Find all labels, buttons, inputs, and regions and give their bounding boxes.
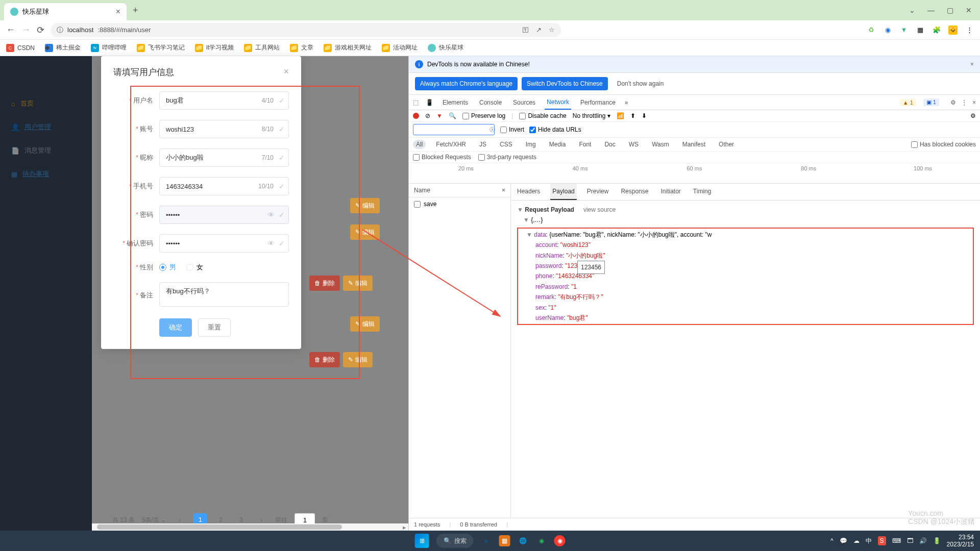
tray-icon[interactable]: ⌨ — [892, 537, 901, 544]
filter-type[interactable]: Doc — [601, 140, 618, 149]
browser-tab[interactable]: 快乐星球 × — [4, 3, 127, 20]
taskbar-app-icon[interactable]: 🌐 — [518, 535, 529, 546]
match-language-button[interactable]: Always match Chrome's language — [415, 77, 518, 90]
record-icon[interactable] — [413, 113, 419, 119]
key-icon[interactable]: ⚿ — [522, 26, 529, 34]
tray-icon[interactable]: 中 — [866, 537, 872, 545]
filter-input[interactable] — [413, 124, 495, 135]
page-size-select[interactable]: 5条/页 ⌄ — [142, 516, 166, 524]
filter-type[interactable]: Fetch/XHR — [433, 140, 469, 149]
taskbar-app-icon[interactable]: ▦ — [499, 535, 510, 546]
back-icon[interactable]: ← — [6, 24, 15, 35]
taskbar-app-icon[interactable]: ◉ — [554, 535, 566, 546]
detail-tab-payload[interactable]: Payload — [550, 184, 576, 200]
detail-tab-initiator[interactable]: Initiator — [658, 184, 682, 200]
ext-icon[interactable]: ◉ — [883, 26, 892, 35]
tray-icon[interactable]: 🔊 — [919, 537, 927, 544]
sex-radio-male[interactable]: 男 — [159, 263, 176, 272]
ext-icon[interactable]: 🐱 — [948, 26, 958, 35]
maximize-icon[interactable]: ▢ — [947, 6, 953, 14]
bookmark-item[interactable]: 📁文章 — [290, 43, 313, 52]
edit-button[interactable]: ✎ 编辑 — [343, 276, 373, 291]
inspect-icon[interactable]: ⬚ — [413, 99, 419, 106]
switch-language-button[interactable]: Switch DevTools to Chinese — [522, 77, 608, 90]
edit-button[interactable]: ✎ 编辑 — [343, 352, 373, 367]
bookmark-item[interactable]: 📁工具网站 — [244, 43, 280, 52]
taskbar-time[interactable]: 23:54 — [947, 534, 974, 541]
upload-icon[interactable]: ⬆ — [630, 112, 635, 119]
filter-type[interactable]: JS — [476, 140, 489, 149]
new-tab-button[interactable]: + — [133, 5, 138, 16]
remark-textarea[interactable] — [159, 282, 289, 307]
close-icon[interactable]: × — [502, 187, 505, 194]
reset-button[interactable]: 重置 — [198, 318, 231, 337]
filter-type-all[interactable]: All — [413, 140, 426, 149]
devtools-tab-performance[interactable]: Performance — [578, 96, 618, 109]
close-icon[interactable]: × — [972, 99, 976, 106]
devtools-tab-elements[interactable]: Elements — [440, 96, 470, 109]
tray-icon[interactable]: ^ — [830, 537, 834, 544]
address-bar[interactable]: ⓘ localhost:8888/#/main/user ⚿ ↗ ☆ — [51, 23, 561, 37]
detail-tab-preview[interactable]: Preview — [585, 184, 611, 200]
delete-button[interactable]: 🗑 删除 — [309, 352, 340, 367]
eye-icon[interactable]: 👁 — [267, 211, 275, 219]
disable-cache-checkbox[interactable]: Disable cache — [519, 112, 566, 119]
search-icon[interactable]: 🔍 — [449, 112, 456, 119]
bookmark-item[interactable]: 📁游戏相关网址 — [324, 43, 372, 52]
filter-type[interactable]: Wasm — [649, 140, 672, 149]
start-icon[interactable]: ⊞ — [415, 534, 429, 548]
bookmark-item[interactable]: ◆稀土掘金 — [45, 43, 81, 52]
taskbar-date[interactable]: 2023/2/15 — [947, 541, 974, 548]
edit-button[interactable]: ✎ 编辑 — [350, 224, 380, 240]
taskbar-app-icon[interactable]: ◉ — [536, 535, 547, 546]
devtools-tab-network[interactable]: Network — [545, 95, 571, 110]
clear-icon[interactable]: ⊘ — [425, 112, 430, 119]
ext-icon[interactable]: ▼ — [899, 26, 909, 35]
more-tabs-icon[interactable]: » — [625, 99, 628, 106]
bookmark-item[interactable]: tv哔哩哔哩 — [91, 43, 127, 52]
request-item[interactable]: save — [409, 197, 510, 211]
menu-icon[interactable]: ⋮ — [965, 26, 974, 35]
eye-icon[interactable]: 👁 — [267, 239, 275, 247]
view-source-link[interactable]: view source — [583, 206, 616, 213]
ext-icon[interactable]: ▦ — [916, 26, 925, 35]
bookmark-item[interactable]: CCSDN — [6, 44, 35, 52]
menu-icon[interactable]: ⋮ — [961, 99, 967, 106]
tray-icon[interactable]: 🗔 — [907, 537, 913, 544]
close-icon[interactable]: × — [970, 61, 974, 68]
edit-button[interactable]: ✎ 编辑 — [350, 198, 380, 213]
wifi-icon[interactable]: 📶 — [617, 112, 624, 119]
invert-checkbox[interactable]: Invert — [500, 126, 524, 133]
device-icon[interactable]: 📱 — [426, 99, 433, 106]
detail-tab-headers[interactable]: Headers — [515, 184, 542, 200]
message-badge[interactable]: ▣ 1 — [923, 98, 939, 106]
ext-icon[interactable]: ♻ — [867, 26, 876, 35]
detail-tab-timing[interactable]: Timing — [691, 184, 714, 200]
download-icon[interactable]: ⬇ — [642, 112, 647, 119]
tray-icon[interactable]: 🔋 — [933, 537, 941, 544]
tray-icon[interactable]: 💬 — [840, 537, 847, 544]
filter-type[interactable]: Img — [523, 140, 539, 149]
minimize-icon[interactable]: — — [927, 6, 935, 14]
filter-type[interactable]: Other — [716, 140, 737, 149]
gear-icon[interactable]: ⚙ — [950, 99, 956, 106]
network-timeline[interactable]: 20 ms 40 ms 60 ms 80 ms 100 ms — [409, 163, 980, 184]
filter-type[interactable]: Manifest — [679, 140, 708, 149]
share-icon[interactable]: ↗ — [536, 26, 542, 34]
bookmark-item[interactable]: 📁飞书学习笔记 — [137, 43, 185, 52]
detail-tab-response[interactable]: Response — [619, 184, 650, 200]
blocked-cookies-checkbox[interactable]: Has blocked cookies — [911, 141, 976, 148]
extensions-icon[interactable]: 🧩 — [932, 26, 941, 35]
horizontal-scrollbar[interactable]: ▸ — [92, 523, 408, 531]
warning-badge[interactable]: ▲ 1 — [900, 99, 916, 106]
sex-radio-female[interactable]: 女 — [186, 263, 203, 272]
third-party-checkbox[interactable]: 3rd-party requests — [478, 154, 536, 161]
forward-icon[interactable]: → — [21, 24, 31, 35]
close-icon[interactable]: × — [283, 66, 289, 78]
preserve-log-checkbox[interactable]: Preserve log — [462, 112, 505, 119]
throttling-select[interactable]: No throttling ▾ — [573, 112, 610, 119]
star-icon[interactable]: ☆ — [549, 26, 555, 34]
filter-type[interactable]: WS — [626, 140, 642, 149]
gear-icon[interactable]: ⚙ — [970, 112, 976, 119]
filter-icon[interactable]: ▼ — [436, 112, 443, 119]
